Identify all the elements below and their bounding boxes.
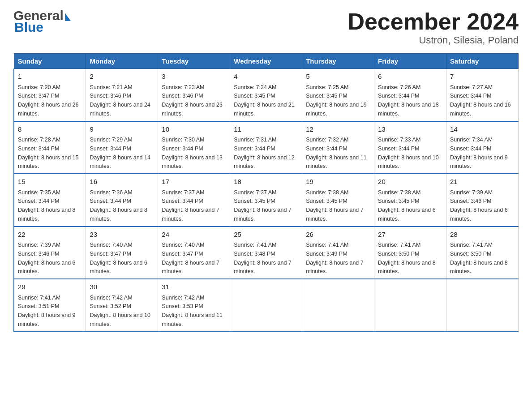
logo-blue-text: Blue — [13, 21, 71, 34]
calendar-cell: 11Sunrise: 7:31 AMSunset: 3:44 PMDayligh… — [230, 121, 302, 174]
day-number: 19 — [306, 177, 370, 187]
calendar-cell: 27Sunrise: 7:41 AMSunset: 3:50 PMDayligh… — [374, 227, 446, 279]
calendar-cell: 20Sunrise: 7:38 AMSunset: 3:45 PMDayligh… — [374, 174, 446, 227]
day-info: Sunrise: 7:41 AMSunset: 3:48 PMDaylight:… — [234, 242, 292, 274]
day-info: Sunrise: 7:21 AMSunset: 3:46 PMDaylight:… — [90, 84, 150, 117]
day-info: Sunrise: 7:29 AMSunset: 3:44 PMDaylight:… — [90, 137, 150, 169]
day-number: 26 — [306, 230, 370, 240]
day-number: 17 — [162, 177, 226, 187]
day-info: Sunrise: 7:23 AMSunset: 3:46 PMDaylight:… — [162, 84, 223, 117]
calendar-cell: 4Sunrise: 7:24 AMSunset: 3:45 PMDaylight… — [230, 69, 302, 121]
day-info: Sunrise: 7:38 AMSunset: 3:45 PMDaylight:… — [306, 189, 364, 222]
day-info: Sunrise: 7:42 AMSunset: 3:53 PMDaylight:… — [162, 295, 223, 327]
day-info: Sunrise: 7:27 AMSunset: 3:44 PMDaylight:… — [450, 84, 511, 117]
day-info: Sunrise: 7:31 AMSunset: 3:44 PMDaylight:… — [234, 137, 295, 169]
day-number: 20 — [378, 177, 442, 187]
calendar-body: 1Sunrise: 7:20 AMSunset: 3:47 PMDaylight… — [14, 69, 519, 332]
calendar-cell: 22Sunrise: 7:39 AMSunset: 3:46 PMDayligh… — [14, 227, 86, 279]
calendar-cell: 15Sunrise: 7:35 AMSunset: 3:44 PMDayligh… — [14, 174, 86, 227]
day-info: Sunrise: 7:25 AMSunset: 3:45 PMDaylight:… — [306, 84, 367, 117]
calendar-cell: 17Sunrise: 7:37 AMSunset: 3:44 PMDayligh… — [158, 174, 230, 227]
header-day-monday: Monday — [86, 54, 158, 69]
day-info: Sunrise: 7:41 AMSunset: 3:50 PMDaylight:… — [450, 242, 508, 274]
day-info: Sunrise: 7:24 AMSunset: 3:45 PMDaylight:… — [234, 84, 295, 117]
calendar-cell: 2Sunrise: 7:21 AMSunset: 3:46 PMDaylight… — [86, 69, 158, 121]
day-info: Sunrise: 7:41 AMSunset: 3:51 PMDaylight:… — [18, 295, 76, 327]
calendar-cell: 7Sunrise: 7:27 AMSunset: 3:44 PMDaylight… — [446, 69, 519, 121]
header-day-thursday: Thursday — [302, 54, 374, 69]
header-day-tuesday: Tuesday — [158, 54, 230, 69]
page-header: General Blue December 2024 Ustron, Siles… — [13, 9, 519, 46]
day-info: Sunrise: 7:37 AMSunset: 3:45 PMDaylight:… — [234, 189, 292, 222]
calendar-cell: 25Sunrise: 7:41 AMSunset: 3:48 PMDayligh… — [230, 227, 302, 279]
title-block: December 2024 Ustron, Silesia, Poland — [348, 9, 519, 46]
header-day-friday: Friday — [374, 54, 446, 69]
day-number: 16 — [90, 177, 154, 187]
calendar-cell: 5Sunrise: 7:25 AMSunset: 3:45 PMDaylight… — [302, 69, 374, 121]
calendar-table: SundayMondayTuesdayWednesdayThursdayFrid… — [13, 53, 519, 332]
day-info: Sunrise: 7:41 AMSunset: 3:49 PMDaylight:… — [306, 242, 364, 274]
day-info: Sunrise: 7:40 AMSunset: 3:47 PMDaylight:… — [162, 242, 219, 274]
calendar-cell: 1Sunrise: 7:20 AMSunset: 3:47 PMDaylight… — [14, 69, 86, 121]
week-row-4: 22Sunrise: 7:39 AMSunset: 3:46 PMDayligh… — [14, 227, 519, 279]
calendar-cell: 18Sunrise: 7:37 AMSunset: 3:45 PMDayligh… — [230, 174, 302, 227]
day-number: 27 — [378, 230, 442, 240]
day-info: Sunrise: 7:42 AMSunset: 3:52 PMDaylight:… — [90, 295, 150, 327]
day-info: Sunrise: 7:26 AMSunset: 3:44 PMDaylight:… — [378, 84, 439, 117]
day-info: Sunrise: 7:30 AMSunset: 3:44 PMDaylight:… — [162, 137, 223, 169]
day-number: 13 — [378, 124, 442, 135]
day-number: 4 — [234, 72, 298, 82]
calendar-cell — [230, 279, 302, 332]
calendar-cell: 10Sunrise: 7:30 AMSunset: 3:44 PMDayligh… — [158, 121, 230, 174]
day-info: Sunrise: 7:28 AMSunset: 3:44 PMDaylight:… — [18, 137, 79, 169]
calendar-header: SundayMondayTuesdayWednesdayThursdayFrid… — [14, 54, 519, 69]
week-row-3: 15Sunrise: 7:35 AMSunset: 3:44 PMDayligh… — [14, 174, 519, 227]
day-number: 3 — [162, 72, 226, 82]
week-row-1: 1Sunrise: 7:20 AMSunset: 3:47 PMDaylight… — [14, 69, 519, 121]
calendar-cell: 24Sunrise: 7:40 AMSunset: 3:47 PMDayligh… — [158, 227, 230, 279]
day-number: 2 — [90, 72, 154, 82]
calendar-cell: 23Sunrise: 7:40 AMSunset: 3:47 PMDayligh… — [86, 227, 158, 279]
day-number: 14 — [450, 124, 515, 135]
day-number: 6 — [378, 72, 442, 82]
calendar-cell — [302, 279, 374, 332]
day-number: 10 — [162, 124, 226, 135]
calendar-cell: 31Sunrise: 7:42 AMSunset: 3:53 PMDayligh… — [158, 279, 230, 332]
day-number: 24 — [162, 230, 226, 240]
header-day-wednesday: Wednesday — [230, 54, 302, 69]
day-info: Sunrise: 7:33 AMSunset: 3:44 PMDaylight:… — [378, 137, 439, 169]
calendar-cell: 28Sunrise: 7:41 AMSunset: 3:50 PMDayligh… — [446, 227, 519, 279]
calendar-cell: 21Sunrise: 7:39 AMSunset: 3:46 PMDayligh… — [446, 174, 519, 227]
calendar-cell — [374, 279, 446, 332]
logo-arrow-icon — [65, 13, 71, 21]
calendar-cell — [446, 279, 519, 332]
calendar-cell: 30Sunrise: 7:42 AMSunset: 3:52 PMDayligh… — [86, 279, 158, 332]
day-number: 30 — [90, 282, 154, 292]
header-day-sunday: Sunday — [14, 54, 86, 69]
day-number: 18 — [234, 177, 298, 187]
calendar-cell: 12Sunrise: 7:32 AMSunset: 3:44 PMDayligh… — [302, 121, 374, 174]
day-number: 22 — [18, 230, 82, 240]
day-number: 1 — [18, 72, 82, 82]
calendar-cell: 26Sunrise: 7:41 AMSunset: 3:49 PMDayligh… — [302, 227, 374, 279]
day-number: 8 — [18, 124, 82, 135]
week-row-5: 29Sunrise: 7:41 AMSunset: 3:51 PMDayligh… — [14, 279, 519, 332]
week-row-2: 8Sunrise: 7:28 AMSunset: 3:44 PMDaylight… — [14, 121, 519, 174]
logo: General Blue — [13, 9, 71, 34]
calendar-cell: 6Sunrise: 7:26 AMSunset: 3:44 PMDaylight… — [374, 69, 446, 121]
day-number: 15 — [18, 177, 82, 187]
day-number: 25 — [234, 230, 298, 240]
calendar-cell: 13Sunrise: 7:33 AMSunset: 3:44 PMDayligh… — [374, 121, 446, 174]
day-number: 31 — [162, 282, 226, 292]
day-number: 28 — [450, 230, 515, 240]
day-info: Sunrise: 7:34 AMSunset: 3:44 PMDaylight:… — [450, 137, 508, 169]
calendar-cell: 3Sunrise: 7:23 AMSunset: 3:46 PMDaylight… — [158, 69, 230, 121]
day-info: Sunrise: 7:35 AMSunset: 3:44 PMDaylight:… — [18, 189, 76, 222]
day-number: 21 — [450, 177, 515, 187]
day-number: 5 — [306, 72, 370, 82]
day-number: 11 — [234, 124, 298, 135]
day-number: 23 — [90, 230, 154, 240]
day-info: Sunrise: 7:20 AMSunset: 3:47 PMDaylight:… — [18, 84, 79, 117]
day-number: 9 — [90, 124, 154, 135]
day-info: Sunrise: 7:36 AMSunset: 3:44 PMDaylight:… — [90, 189, 147, 222]
